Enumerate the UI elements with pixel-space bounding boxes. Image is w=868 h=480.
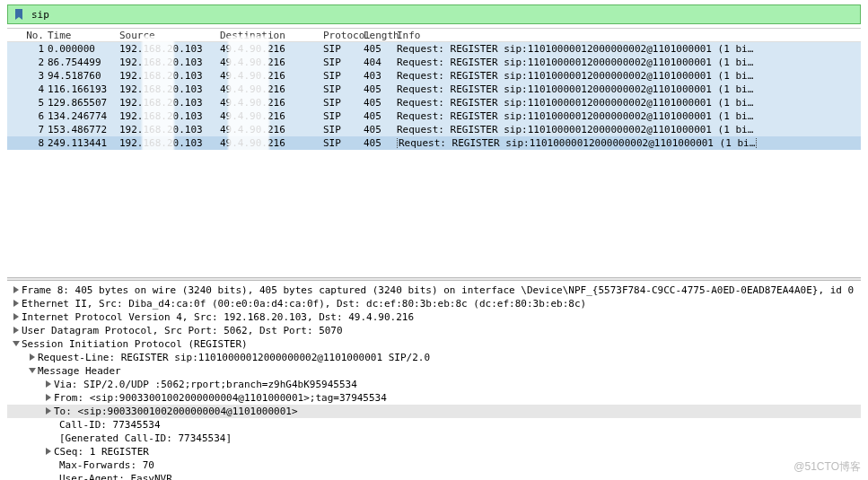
expand-icon[interactable] — [43, 392, 54, 404]
cell-no: 1 — [7, 43, 48, 55]
cell-no: 6 — [7, 110, 48, 122]
cell-dst: 49.4.90.216 — [220, 110, 323, 122]
packet-row[interactable]: 286.754499192.168.20.10349.4.90.216SIP40… — [7, 56, 861, 69]
cell-info: Request: REGISTER sip:110100000120000000… — [395, 137, 861, 149]
cell-no: 3 — [7, 70, 48, 82]
cell-info: Request: REGISTER sip:110100000120000000… — [395, 110, 861, 122]
tree-maxfwd[interactable]: Max-Forwards: 70 — [7, 458, 861, 472]
cell-dst: 49.4.90.216 — [220, 70, 323, 82]
cell-len: 405 — [364, 43, 395, 55]
cell-time: 0.000000 — [48, 43, 119, 55]
col-time[interactable]: Time — [48, 30, 119, 41]
cell-proto: SIP — [323, 124, 364, 135]
cell-info: Request: REGISTER sip:110100000120000000… — [395, 57, 861, 68]
tree-frame[interactable]: Frame 8: 405 bytes on wire (3240 bits), … — [7, 284, 861, 297]
col-len[interactable]: Length — [364, 30, 395, 41]
expand-icon[interactable] — [11, 325, 22, 336]
cell-proto: SIP — [323, 137, 364, 149]
cell-len: 405 — [364, 124, 395, 135]
packet-row[interactable]: 5129.865507192.168.20.10349.4.90.216SIP4… — [7, 96, 861, 109]
expand-icon[interactable] — [43, 406, 54, 417]
cell-src: 192.168.20.103 — [119, 57, 220, 68]
cell-time: 134.246774 — [48, 110, 119, 122]
tree-cseq[interactable]: CSeq: 1 REGISTER — [7, 445, 861, 458]
tree-from[interactable]: From: <sip:90033001002000000004@11010000… — [7, 391, 861, 405]
tree-eth[interactable]: Ethernet II, Src: Diba_d4:ca:0f (00:e0:0… — [7, 297, 861, 310]
expand-icon[interactable] — [11, 298, 22, 310]
expand-icon[interactable] — [27, 352, 38, 363]
cell-src: 192.168.20.103 — [119, 137, 220, 149]
cell-src: 192.168.20.103 — [119, 110, 220, 122]
packet-details-pane[interactable]: Frame 8: 405 bytes on wire (3240 bits), … — [7, 281, 861, 480]
tree-ua[interactable]: User-Agent: EasyNVR — [7, 472, 861, 480]
display-filter-input[interactable] — [30, 8, 860, 22]
packet-row[interactable]: 394.518760192.168.20.10349.4.90.216SIP40… — [7, 69, 861, 83]
cell-dst: 49.4.90.216 — [220, 137, 323, 149]
tree-message-header[interactable]: Message Header — [7, 364, 861, 378]
expand-icon[interactable] — [43, 379, 54, 390]
cell-time: 153.486772 — [48, 124, 119, 135]
cell-proto: SIP — [323, 70, 364, 82]
cell-src: 192.168.20.103 — [119, 43, 220, 55]
cell-time: 116.166193 — [48, 83, 119, 95]
cell-no: 2 — [7, 57, 48, 68]
cell-src: 192.168.20.103 — [119, 83, 220, 95]
cell-no: 4 — [7, 83, 48, 95]
cell-len: 405 — [364, 97, 395, 109]
cell-proto: SIP — [323, 43, 364, 55]
cell-dst: 49.4.90.216 — [220, 83, 323, 95]
cell-time: 249.113441 — [48, 137, 119, 149]
cell-len: 405 — [364, 83, 395, 95]
cell-time: 129.865507 — [48, 97, 119, 109]
cell-time: 94.518760 — [48, 70, 119, 82]
cell-info: Request: REGISTER sip:110100000120000000… — [395, 97, 861, 109]
cell-proto: SIP — [323, 110, 364, 122]
col-dst[interactable]: Destination — [220, 30, 323, 41]
tree-ip[interactable]: Internet Protocol Version 4, Src: 192.16… — [7, 310, 861, 324]
cell-proto: SIP — [323, 57, 364, 68]
col-proto[interactable]: Protocol — [323, 30, 364, 41]
col-info[interactable]: Info — [395, 30, 861, 41]
col-src[interactable]: Source — [119, 30, 220, 41]
cell-src: 192.168.20.103 — [119, 124, 220, 135]
cell-len: 403 — [364, 70, 395, 82]
collapse-icon[interactable] — [27, 365, 38, 377]
packet-row[interactable]: 7153.486772192.168.20.10349.4.90.216SIP4… — [7, 123, 861, 136]
expand-icon[interactable] — [11, 311, 22, 323]
packet-list-pane[interactable]: No. Time Source Destination Protocol Len… — [7, 28, 861, 277]
tree-via[interactable]: Via: SIP/2.0/UDP :5062;rport;branch=z9hG… — [7, 378, 861, 391]
cell-len: 404 — [364, 57, 395, 68]
tree-gencall[interactable]: [Generated Call-ID: 77345534] — [7, 432, 861, 445]
cell-info: Request: REGISTER sip:110100000120000000… — [395, 124, 861, 135]
collapse-icon[interactable] — [11, 338, 22, 350]
cell-no: 8 — [7, 137, 48, 149]
cell-no: 7 — [7, 124, 48, 135]
packet-row[interactable]: 4116.166193192.168.20.10349.4.90.216SIP4… — [7, 83, 861, 96]
display-filter-bar[interactable] — [7, 4, 861, 24]
cell-len: 405 — [364, 137, 395, 149]
cell-src: 192.168.20.103 — [119, 70, 220, 82]
expand-icon[interactable] — [43, 446, 54, 458]
tree-sip[interactable]: Session Initiation Protocol (REGISTER) — [7, 337, 861, 351]
bookmark-icon[interactable] — [8, 8, 30, 21]
cell-dst: 49.4.90.216 — [220, 43, 323, 55]
cell-proto: SIP — [323, 97, 364, 109]
col-no[interactable]: No. — [7, 30, 48, 41]
tree-request-line[interactable]: Request-Line: REGISTER sip:1101000001200… — [7, 351, 861, 364]
cell-dst: 49.4.90.216 — [220, 97, 323, 109]
cell-len: 405 — [364, 110, 395, 122]
cell-proto: SIP — [323, 83, 364, 95]
cell-info: Request: REGISTER sip:110100000120000000… — [395, 43, 861, 55]
tree-udp[interactable]: User Datagram Protocol, Src Port: 5062, … — [7, 324, 861, 337]
cell-dst: 49.4.90.216 — [220, 124, 323, 135]
cell-dst: 49.4.90.216 — [220, 57, 323, 68]
cell-src: 192.168.20.103 — [119, 97, 220, 109]
cell-info: Request: REGISTER sip:110100000120000000… — [395, 83, 861, 95]
packet-row[interactable]: 6134.246774192.168.20.10349.4.90.216SIP4… — [7, 109, 861, 123]
packet-row[interactable]: 8249.113441192.168.20.10349.4.90.216SIP4… — [7, 136, 861, 150]
cell-info: Request: REGISTER sip:110100000120000000… — [395, 70, 861, 82]
packet-row[interactable]: 10.000000192.168.20.10349.4.90.216SIP405… — [7, 42, 861, 56]
tree-to[interactable]: To: <sip:90033001002000000004@1101000001… — [7, 405, 861, 418]
tree-callid[interactable]: Call-ID: 77345534 — [7, 418, 861, 432]
expand-icon[interactable] — [11, 284, 22, 296]
